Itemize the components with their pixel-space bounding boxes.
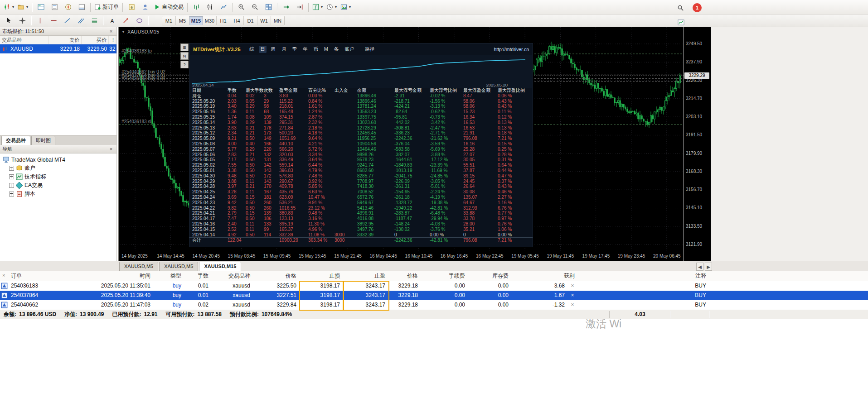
close-order-icon[interactable]: ×	[567, 281, 577, 291]
indicator-window-button[interactable]	[674, 16, 688, 28]
stats-tab-账户[interactable]: 账户	[343, 46, 355, 53]
terminal-column-header[interactable]: 交易品种	[211, 271, 253, 281]
experts-button[interactable]	[138, 1, 152, 13]
notification-badge[interactable]: 1	[693, 3, 702, 12]
shapes-tool-button[interactable]	[132, 15, 146, 26]
chart-bars-button[interactable]	[189, 1, 203, 13]
chart-symbol-label[interactable]: ▼ XAUUSD,M15	[121, 29, 159, 34]
timeframe-m30-button[interactable]: M30	[203, 16, 217, 25]
stats-side-button-3[interactable]: ?	[180, 61, 189, 68]
text-tool-button[interactable]: A	[105, 15, 119, 26]
stop-loss[interactable]: 3198.17	[299, 300, 343, 310]
arrow-tool-button[interactable]	[119, 15, 132, 26]
new-chart-button[interactable]: ▾	[2, 1, 16, 13]
market-watch-close-icon[interactable]: ×	[108, 29, 114, 34]
timeframe-h1-button[interactable]: H1	[217, 16, 230, 25]
expand-icon[interactable]	[9, 166, 14, 171]
order-line-label[interactable]: #254036183 sl	[121, 119, 151, 124]
terminal-column-header[interactable]: 手数	[184, 271, 211, 281]
channel-tool-button[interactable]	[74, 15, 87, 26]
stats-panel-url[interactable]: http://mtdriver.cn	[494, 47, 529, 52]
timeframe-h4-button[interactable]: H4	[230, 16, 244, 25]
order-line-label[interactable]: #254036183 buy 0.01	[121, 76, 165, 81]
periods-button[interactable]: ▾	[325, 1, 339, 13]
stats-tab-综[interactable]: 综	[248, 46, 256, 53]
stats-tab-备[interactable]: 备	[333, 46, 340, 53]
expand-icon[interactable]	[9, 192, 14, 197]
chart-line-button[interactable]	[217, 1, 230, 13]
zoom-out-button[interactable]	[248, 1, 262, 13]
take-profit[interactable]: 3243.17	[343, 300, 388, 310]
stop-loss[interactable]: 3198.17	[299, 281, 343, 291]
stats-tab-季[interactable]: 季	[291, 46, 299, 53]
timeframe-w1-button[interactable]: W1	[257, 16, 271, 25]
trendline-tool-button[interactable]	[60, 15, 74, 26]
close-order-icon[interactable]: ×	[567, 291, 577, 300]
order-line-label[interactable]: #254036183 tp	[121, 48, 152, 53]
profiles-button[interactable]: ▾	[16, 1, 30, 13]
terminal-column-header[interactable]: 止盈	[343, 271, 388, 281]
hline-tool-button[interactable]	[47, 15, 60, 26]
fibonacci-tool-button[interactable]	[87, 15, 101, 26]
market-watch-button[interactable]	[34, 1, 48, 13]
terminal-column-header[interactable]: 订单	[8, 271, 58, 281]
stats-side-button-2[interactable]: N	[180, 52, 189, 60]
timeframe-m5-button[interactable]: M5	[176, 16, 189, 25]
stats-tab-日[interactable]: 日	[259, 46, 267, 53]
stats-side-button-1[interactable]: ≣	[180, 43, 189, 51]
navigator-item-技术指标[interactable]: 技术指标	[8, 173, 116, 181]
tab-scroll-right-icon[interactable]: ▶	[705, 263, 712, 271]
vline-tool-button[interactable]	[33, 15, 47, 26]
terminal-column-header[interactable]: 手续费	[421, 271, 468, 281]
terminal-column-header[interactable]: 止损	[299, 271, 343, 281]
market-watch-tab[interactable]: 即时图	[31, 136, 55, 145]
take-profit[interactable]: 3243.17	[343, 291, 388, 300]
market-watch-column-header[interactable]: 交易品种	[0, 36, 49, 44]
navigator-item-账户[interactable]: 账户	[8, 164, 116, 173]
expand-icon[interactable]	[9, 183, 14, 188]
market-watch-row[interactable]: XAUUSD3229.183229.5032	[0, 44, 116, 53]
indicators-list-button[interactable]: ƒ▾	[310, 1, 325, 13]
navigator-close-icon[interactable]: ×	[108, 146, 114, 152]
close-order-icon[interactable]: ×	[567, 300, 577, 310]
stats-tab-年[interactable]: 年	[301, 46, 309, 53]
timeframe-m15-button[interactable]: M15	[189, 16, 203, 25]
mql-editor-button[interactable]: e	[125, 1, 138, 13]
terminal-column-header[interactable]: 价格	[253, 271, 299, 281]
timeframe-d1-button[interactable]: D1	[244, 16, 257, 25]
chart-tab[interactable]: XAUUSD,M5	[119, 262, 158, 271]
search-button[interactable]	[674, 2, 687, 14]
stats-tab-M[interactable]: M	[323, 46, 330, 53]
price-axis[interactable]: 3249.503237.903226.303214.703203.103191.…	[684, 27, 711, 261]
market-watch-column-header[interactable]: !	[109, 36, 116, 44]
autotrading-button[interactable]: 自动交易	[152, 1, 185, 13]
crosshair-tool-button[interactable]	[15, 15, 29, 26]
stats-tab-币[interactable]: 币	[312, 46, 320, 53]
zoom-in-button[interactable]	[234, 1, 248, 13]
auto-scroll-button[interactable]	[279, 1, 293, 13]
new-order-button[interactable]: 新订单	[92, 1, 121, 13]
timeframe-m1-button[interactable]: M1	[162, 16, 176, 25]
terminal-column-header[interactable]: 库存费	[468, 271, 511, 281]
market-watch-column-header[interactable]: 买价	[82, 36, 109, 44]
chart-tab[interactable]: XAUUSD,M15	[199, 262, 241, 271]
stats-tab-月[interactable]: 月	[280, 46, 288, 53]
stop-loss[interactable]: 3198.17	[299, 291, 343, 300]
terminal-column-header[interactable]: 类型	[153, 271, 184, 281]
market-watch-tab[interactable]: 交易品种	[1, 136, 30, 145]
tab-scroll-left-icon[interactable]: ◀	[696, 263, 703, 271]
market-watch-column-header[interactable]: 卖价	[49, 36, 82, 44]
navigator-item-脚本[interactable]: 脚本	[8, 190, 116, 198]
timeframe-mn-button[interactable]: MN	[271, 16, 284, 25]
take-profit[interactable]: 3243.17	[343, 281, 388, 291]
terminal-column-header[interactable]: 价格	[388, 271, 421, 281]
stats-tab-周[interactable]: 周	[270, 46, 277, 53]
templates-button[interactable]: ▾	[339, 1, 353, 13]
order-row[interactable]: 2540361832025.05.20 11:35:01buy0.01xauus…	[0, 281, 868, 291]
chart-shift-button[interactable]	[293, 1, 306, 13]
data-window-button[interactable]	[48, 1, 61, 13]
tile-windows-button[interactable]	[262, 1, 275, 13]
chart-tab[interactable]: XAUUSD,M5	[159, 262, 198, 271]
order-row[interactable]: 2540378642025.05.20 11:39:40buy0.01xauus…	[0, 291, 868, 300]
terminal-button[interactable]	[75, 1, 88, 13]
